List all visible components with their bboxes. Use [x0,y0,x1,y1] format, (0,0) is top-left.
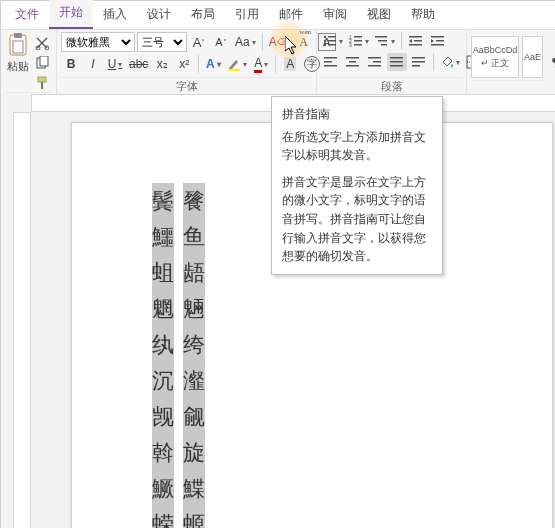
text-content[interactable]: 鬓鱷蛆魍纨沉觊斡鱖蝾 餮鱼龉魎绔瀣觎旋鰈螈 [152,183,211,528]
char[interactable]: 魎 [183,291,205,327]
copy-button[interactable] [32,54,52,72]
tab-help[interactable]: 帮助 [401,0,445,29]
char[interactable]: 鱼 [183,219,205,255]
char[interactable]: 鱷 [152,219,174,255]
tab-layout[interactable]: 布局 [181,0,225,29]
cut-button[interactable] [32,34,52,52]
svg-rect-21 [354,44,362,46]
tab-mail[interactable]: 邮件 [269,0,313,29]
text-column-2[interactable]: 餮鱼龉魎绔瀣觎旋鰈螈 [183,183,205,528]
tab-references[interactable]: 引用 [225,0,269,29]
multilevel-button[interactable] [373,32,397,50]
tab-bar: 文件 开始 插入 设计 布局 引用 邮件 审阅 视图 帮助 [1,1,555,30]
paste-button[interactable]: 粘贴 [5,32,30,74]
multilevel-icon [375,35,389,47]
svg-rect-1 [14,33,22,38]
svg-rect-35 [349,61,356,63]
align-left-icon [324,56,338,68]
char[interactable]: 沉 [152,363,174,399]
char[interactable]: 鬓 [152,183,174,219]
font-size-select[interactable]: 三号 [137,32,187,52]
tab-insert[interactable]: 插入 [93,0,137,29]
align-center-button[interactable] [343,53,363,71]
char[interactable]: 觎 [183,399,205,435]
char[interactable]: 旋 [183,435,205,471]
indent-inc-icon [431,35,445,47]
tab-view[interactable]: 视图 [357,0,401,29]
align-left-button[interactable] [321,53,341,71]
svg-rect-44 [412,61,425,63]
tab-home[interactable]: 开始 [49,0,93,29]
char[interactable]: 餮 [183,183,205,219]
char[interactable]: 螈 [183,507,205,528]
bold-button[interactable]: B [61,55,81,73]
tab-review[interactable]: 审阅 [313,0,357,29]
align-distribute-button[interactable] [409,53,429,71]
styles-group-label [471,80,543,95]
svg-rect-38 [373,61,381,63]
numbering-button[interactable]: 123 [347,32,371,50]
char[interactable]: 绔 [183,327,205,363]
char[interactable]: 纨 [152,327,174,363]
style-second[interactable]: AaE [522,36,543,78]
svg-rect-25 [409,36,422,38]
style-normal[interactable]: AaBbCcDd ↵ 正文 [471,36,519,78]
text-effects-button[interactable]: A [203,55,223,73]
tab-design[interactable]: 设计 [137,0,181,29]
paragraph-group-label: 段落 [321,77,462,95]
char[interactable]: 蝾 [152,507,174,528]
svg-rect-15 [328,44,336,46]
subscript-button[interactable]: x₂ [152,55,172,73]
char[interactable]: 斡 [152,435,174,471]
underline-button[interactable]: U [105,55,125,73]
svg-rect-41 [390,61,403,63]
pinyin-tooltip: 拼音指南 在所选文字上方添加拼音文字以标明其发音。 拼音文字是显示在文字上方的微… [271,96,443,275]
clear-format-button[interactable]: A⌫ [267,33,292,51]
font-group-label: 字体 [61,77,312,95]
format-painter-button[interactable] [32,74,52,92]
pinyin-guide-button[interactable]: wénA [294,33,314,51]
char[interactable]: 龉 [183,255,205,291]
indent-decrease-button[interactable] [406,32,426,50]
strike-button[interactable]: abc [127,55,150,73]
svg-text:3: 3 [349,42,352,47]
char[interactable]: 觊 [152,399,174,435]
char[interactable]: 瀣 [183,363,205,399]
svg-rect-2 [13,41,23,53]
highlight-button[interactable] [225,55,249,73]
svg-rect-9 [228,69,240,71]
ribbon: 粘贴 剪贴板 微软雅黑 三号 A˄ A˅ Aa [1,30,555,96]
char-shading-button[interactable]: A [280,55,300,73]
font-family-select[interactable]: 微软雅黑 [61,32,135,52]
tooltip-text2: 拼音文字是显示在文字上方的微小文字，标明文字的语音拼写。拼音指南可让您自行输入拼… [282,173,432,266]
bullets-button[interactable] [321,32,345,50]
superscript-button[interactable]: x² [174,55,194,73]
char[interactable]: 蛆 [152,255,174,291]
shading-button[interactable] [438,53,462,71]
indent-increase-button[interactable] [428,32,448,50]
svg-rect-32 [324,61,332,63]
char[interactable]: 鰈 [183,471,205,507]
style-normal-preview: AaBbCcDd [473,45,518,55]
svg-rect-33 [324,65,337,67]
change-case-button[interactable]: Aa [233,33,258,51]
svg-rect-31 [324,57,337,59]
text-column-1[interactable]: 鬓鱷蛆魍纨沉觊斡鱖蝾 [152,183,174,528]
align-right-button[interactable] [365,53,385,71]
italic-button[interactable]: I [83,55,103,73]
svg-rect-6 [40,56,48,66]
svg-rect-27 [409,44,422,46]
brush-icon [35,76,49,90]
tooltip-text1: 在所选文字上方添加拼音文字以标明其发音。 [282,128,432,165]
font-grow-button[interactable]: A˄ [189,33,209,51]
font-shrink-button[interactable]: A˅ [211,33,231,51]
ruler-vertical[interactable] [13,112,31,528]
char[interactable]: 魍 [152,291,174,327]
char[interactable]: 鱖 [152,471,174,507]
svg-rect-19 [354,40,362,42]
svg-rect-28 [431,36,444,38]
svg-rect-24 [381,44,387,46]
font-color-button[interactable]: A [251,55,271,73]
tab-file[interactable]: 文件 [5,0,49,29]
align-justify-button[interactable] [387,53,407,71]
